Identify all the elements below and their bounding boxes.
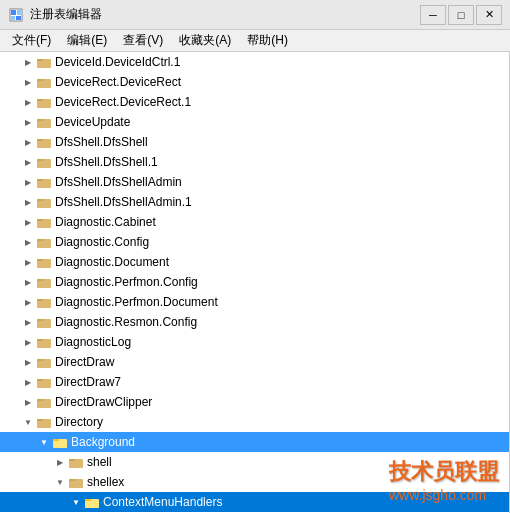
svg-rect-42: [37, 419, 43, 421]
expand-arrow: [20, 234, 36, 250]
expand-arrow: [20, 334, 36, 350]
folder-icon: [36, 234, 52, 250]
folder-icon: [36, 314, 52, 330]
tree-item-shellex[interactable]: shellex: [0, 472, 509, 492]
svg-rect-28: [37, 279, 43, 281]
folder-icon: [36, 214, 52, 230]
svg-rect-18: [37, 179, 43, 181]
minimize-button[interactable]: ─: [420, 5, 446, 25]
tree-item[interactable]: DeviceRect.DeviceRect.1: [0, 92, 509, 112]
tree-panel[interactable]: DeviceId.DeviceIdCtrl.1 DeviceRect.Devic…: [0, 52, 510, 513]
tree-item[interactable]: Diagnostic.Document: [0, 252, 509, 272]
maximize-button[interactable]: □: [448, 5, 474, 25]
folder-icon: [36, 334, 52, 350]
svg-rect-14: [37, 139, 43, 141]
svg-rect-30: [37, 299, 43, 301]
menu-favorites[interactable]: 收藏夹(A): [171, 30, 239, 51]
svg-rect-36: [37, 359, 43, 361]
tree-item-label: shell: [87, 455, 112, 469]
title-bar: 注册表编辑器 ─ □ ✕: [0, 0, 510, 30]
tree-item-label: DirectDrawClipper: [55, 395, 152, 409]
svg-rect-22: [37, 219, 43, 221]
menu-file[interactable]: 文件(F): [4, 30, 59, 51]
expand-arrow: [20, 134, 36, 150]
tree-item[interactable]: DfsShell.DfsShellAdmin.1: [0, 192, 509, 212]
expand-arrow: [20, 154, 36, 170]
svg-rect-20: [37, 199, 43, 201]
tree-item[interactable]: DiagnosticLog: [0, 332, 509, 352]
tree-item-contextmenuhandlers[interactable]: ContextMenuHandlers: [0, 492, 509, 512]
tree-item-label: DeviceId.DeviceIdCtrl.1: [55, 55, 180, 69]
svg-rect-2: [17, 10, 21, 15]
expand-arrow: [20, 114, 36, 130]
tree-item[interactable]: Diagnostic.Perfmon.Config: [0, 272, 509, 292]
tree-item-label: ContextMenuHandlers: [103, 495, 222, 509]
svg-rect-4: [16, 16, 21, 20]
tree-item[interactable]: DfsShell.DfsShell.1: [0, 152, 509, 172]
tree-item[interactable]: DfsShell.DfsShellAdmin: [0, 172, 509, 192]
expand-arrow: [20, 354, 36, 370]
expand-arrow: [20, 394, 36, 410]
folder-icon: [36, 274, 52, 290]
svg-rect-8: [37, 79, 43, 81]
folder-icon: [36, 94, 52, 110]
main-area: DeviceId.DeviceIdCtrl.1 DeviceRect.Devic…: [0, 52, 510, 513]
tree-item[interactable]: DeviceRect.DeviceRect: [0, 72, 509, 92]
close-button[interactable]: ✕: [476, 5, 502, 25]
expand-arrow: [20, 254, 36, 270]
tree-item[interactable]: Diagnostic.Config: [0, 232, 509, 252]
folder-icon: [36, 354, 52, 370]
svg-rect-16: [37, 159, 43, 161]
svg-rect-48: [69, 479, 75, 481]
tree-item[interactable]: DirectDraw: [0, 352, 509, 372]
title-bar-buttons: ─ □ ✕: [420, 5, 502, 25]
tree-item-label: DfsShell.DfsShellAdmin.1: [55, 195, 192, 209]
tree-item-label: Diagnostic.Perfmon.Config: [55, 275, 198, 289]
svg-rect-34: [37, 339, 43, 341]
tree-item-shell[interactable]: shell: [0, 452, 509, 472]
expand-arrow: [20, 274, 36, 290]
tree-item[interactable]: DeviceUpdate: [0, 112, 509, 132]
tree-item[interactable]: Diagnostic.Resmon.Config: [0, 312, 509, 332]
svg-rect-10: [37, 99, 43, 101]
expand-arrow: [20, 174, 36, 190]
tree-item-label: DfsShell.DfsShell.1: [55, 155, 158, 169]
tree-item[interactable]: Diagnostic.Perfmon.Document: [0, 292, 509, 312]
folder-icon: [36, 114, 52, 130]
tree-item[interactable]: DeviceId.DeviceIdCtrl.1: [0, 52, 509, 72]
svg-rect-44: [53, 439, 59, 441]
tree-item[interactable]: DirectDraw7: [0, 372, 509, 392]
tree-item-background[interactable]: Background: [0, 432, 509, 452]
folder-icon: [36, 74, 52, 90]
svg-rect-3: [11, 16, 15, 20]
svg-rect-46: [69, 459, 75, 461]
tree-item-label: Diagnostic.Perfmon.Document: [55, 295, 218, 309]
expand-arrow: [20, 214, 36, 230]
tree-item-label: DeviceRect.DeviceRect.1: [55, 95, 191, 109]
tree-item-label: DeviceUpdate: [55, 115, 130, 129]
folder-icon: [68, 454, 84, 470]
svg-rect-12: [37, 119, 43, 121]
tree-item[interactable]: Diagnostic.Cabinet: [0, 212, 509, 232]
tree-item-label: DfsShell.DfsShellAdmin: [55, 175, 182, 189]
tree-item-label: Diagnostic.Document: [55, 255, 169, 269]
title-bar-icon: [8, 7, 24, 23]
folder-icon: [36, 414, 52, 430]
svg-rect-26: [37, 259, 43, 261]
menu-view[interactable]: 查看(V): [115, 30, 171, 51]
tree-item-label: DeviceRect.DeviceRect: [55, 75, 181, 89]
tree-item-label: shellex: [87, 475, 124, 489]
tree-item[interactable]: DfsShell.DfsShell: [0, 132, 509, 152]
expand-arrow: [68, 494, 84, 510]
tree-item[interactable]: DirectDrawClipper: [0, 392, 509, 412]
menu-help[interactable]: 帮助(H): [239, 30, 296, 51]
folder-icon: [36, 394, 52, 410]
menu-edit[interactable]: 编辑(E): [59, 30, 115, 51]
svg-rect-32: [37, 319, 43, 321]
tree-item-label: Diagnostic.Cabinet: [55, 215, 156, 229]
folder-icon: [36, 174, 52, 190]
tree-item-label: DfsShell.DfsShell: [55, 135, 148, 149]
tree-item-directory[interactable]: Directory: [0, 412, 509, 432]
folder-icon: [52, 434, 68, 450]
tree-item-label: DiagnosticLog: [55, 335, 131, 349]
